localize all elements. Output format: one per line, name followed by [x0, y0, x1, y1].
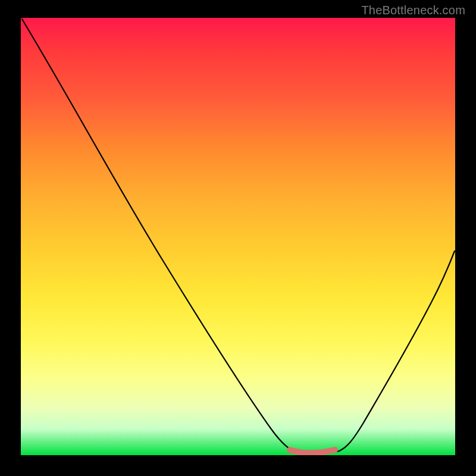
bottleneck-curve: [22, 19, 455, 453]
chart-svg: [21, 18, 455, 455]
chart-frame: TheBottleneck.com: [0, 0, 476, 476]
highlight-segment: [290, 450, 335, 453]
watermark-text: TheBottleneck.com: [361, 4, 465, 17]
plot-area: [21, 18, 455, 455]
